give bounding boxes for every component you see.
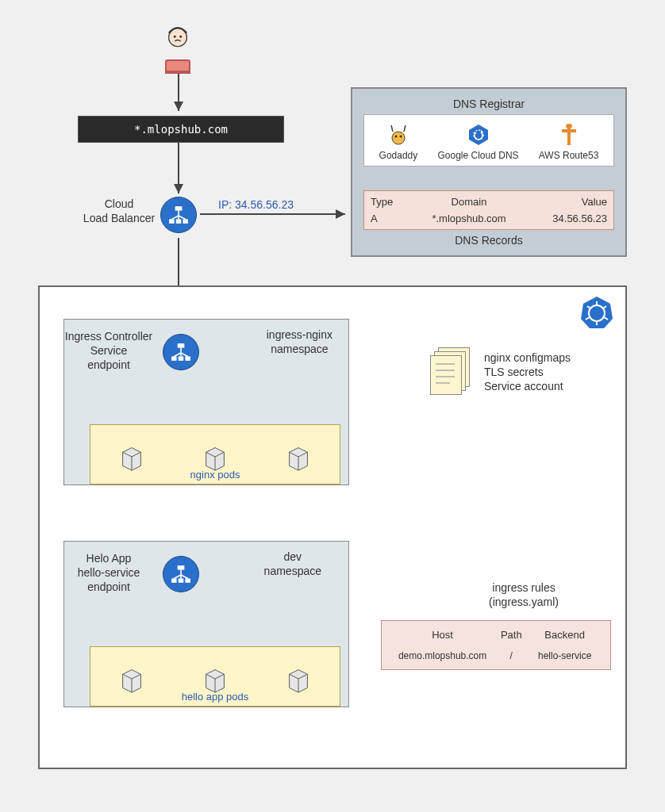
ingress-svc-label: Ingress Controller Service endpoint [61,329,156,373]
ir-cell-path: / [492,650,530,661]
nginx-pods-box: nginx pods [90,424,340,485]
registrar-label: AWS Route53 [539,150,599,161]
svg-rect-11 [175,206,183,210]
svg-rect-12 [169,219,175,223]
ir-cell-backend: hello-service [530,650,599,661]
service-endpoint-icon [163,556,199,592]
svg-rect-48 [179,578,184,582]
godaddy-icon [379,123,418,147]
svg-rect-35 [185,356,190,360]
registrar-label: Google Cloud DNS [438,150,519,161]
svg-marker-18 [469,124,488,145]
pod-icon [117,664,147,696]
google-cloud-dns-icon [438,123,519,147]
dev-namespace: dev namespace Helo App hello-service end… [63,541,349,707]
registrar-route53: AWS Route53 [539,123,599,161]
cloud-lb-label: Cloud Load Balancer [79,197,159,225]
user-at-laptop-icon [163,25,193,74]
svg-point-10 [179,36,182,38]
lb-ip-label: IP: 34.56.56.23 [218,198,294,211]
ns-ingress-label: ingress-nginx namespace [267,327,332,356]
hello-pods-caption: hello app pods [182,691,249,703]
ir-header-path: Path [492,629,530,641]
ir-header-host: Host [393,629,492,641]
ingress-rules-table: Host Path Backend demo.mlopshub.com / he… [381,620,611,670]
svg-rect-33 [171,356,177,360]
svg-point-23 [566,124,572,128]
svg-point-9 [174,36,176,38]
cluster-box: ingress-nginx namespace Ingress Controll… [38,285,627,769]
svg-rect-32 [178,343,185,347]
load-balancer-icon [160,197,197,233]
nginx-pods-caption: nginx pods [190,469,240,481]
svg-point-15 [392,132,405,144]
dns-registrar-panel: DNS Registrar Godaddy Google Cloud DNS A… [351,87,627,257]
svg-rect-21 [567,126,571,145]
config-docs-icon [430,347,470,395]
ingress-rules-title: ingress rules (ingress.yaml) [468,580,579,609]
pod-icon [283,664,313,696]
dns-cell-value: 34.56.56.23 [528,213,607,224]
config-docs-label: nginx configmaps TLS secrets Service acc… [484,350,571,394]
service-endpoint-icon [163,334,199,370]
svg-rect-49 [185,578,190,582]
domain-bar: *.mlopshub.com [78,116,284,143]
svg-rect-47 [171,578,177,582]
dns-header-type: Type [371,196,410,208]
dns-panel-title: DNS Registrar [363,97,614,111]
kubernetes-icon [579,295,614,332]
domain-text: *.mlopshub.com [134,123,228,136]
svg-point-17 [399,136,402,138]
ir-header-backend: Backend [530,629,599,641]
dns-records-title: DNS Records [363,233,614,247]
dns-cell-domain: *.mlopshub.com [413,213,525,224]
dns-header-value: Value [528,196,607,208]
registrar-gcloud: Google Cloud DNS [438,123,519,161]
svg-rect-13 [176,219,182,223]
registrar-godaddy: Godaddy [379,123,418,161]
ingress-nginx-namespace: ingress-nginx namespace Ingress Controll… [63,319,349,485]
dns-registrars-row: Godaddy Google Cloud DNS AWS Route53 [363,114,614,167]
hello-pods-box: hello app pods [90,646,340,707]
svg-point-16 [394,136,397,138]
svg-rect-46 [178,565,185,569]
dns-cell-type: A [371,213,410,224]
dev-svc-label: Helo App hello-service endpoint [61,551,156,595]
registrar-label: Godaddy [379,150,418,161]
ir-cell-host: demo.mlopshub.com [393,650,492,661]
dns-header-domain: Domain [413,196,525,208]
dns-records-table: Type Domain Value A *.mlopshub.com 34.56… [363,190,614,230]
pod-icon [283,442,313,474]
svg-rect-34 [179,356,184,360]
svg-rect-14 [183,219,188,223]
svg-rect-22 [562,129,576,132]
pod-icon [117,442,147,474]
aws-route53-icon [539,123,599,147]
ns-dev-label: dev namespace [264,550,321,578]
